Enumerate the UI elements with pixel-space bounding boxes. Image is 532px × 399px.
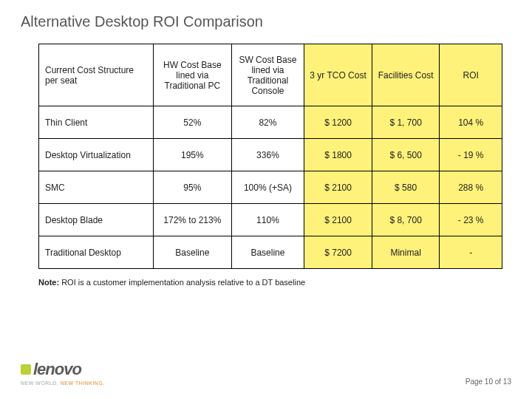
- cell-tco: $ 2100: [304, 171, 372, 204]
- table-row: Desktop Virtualization 195% 336% $ 1800 …: [39, 139, 502, 171]
- roi-table-container: Current Cost Structure per seat HW Cost …: [0, 30, 532, 269]
- cell-fac: $ 6, 500: [372, 139, 440, 171]
- logo-word: lenovo: [33, 360, 81, 378]
- table-row: SMC 95% 100% (+SA) $ 2100 $ 580 288 %: [39, 171, 502, 204]
- cell-hw: 172% to 213%: [153, 204, 231, 236]
- page-title: Alternative Desktop ROI Comparison: [0, 0, 532, 30]
- cell-roi: 288 %: [440, 171, 502, 204]
- note-label: Note:: [38, 278, 59, 287]
- cell-roi: - 19 %: [440, 139, 502, 171]
- cell-tco: $ 2100: [304, 204, 372, 236]
- cell-roi: 104 %: [440, 106, 502, 139]
- cell-tco: $ 1800: [304, 139, 372, 171]
- lenovo-logo: lenovo NEW WORLD. NEW THINKING.: [21, 360, 105, 386]
- slide-footer: lenovo NEW WORLD. NEW THINKING. Page 10 …: [21, 360, 511, 386]
- cell-tco: $ 7200: [304, 236, 372, 269]
- cell-sw: 336%: [231, 139, 304, 171]
- cell-hw: 195%: [153, 139, 231, 171]
- cell-hw: Baseline: [153, 236, 231, 269]
- cell-roi: - 23 %: [440, 204, 502, 236]
- cell-sw: 110%: [231, 204, 304, 236]
- table-row: Traditional Desktop Baseline Baseline $ …: [39, 236, 502, 269]
- logo-dot-icon: [21, 364, 31, 375]
- cell-fac: $ 1, 700: [372, 106, 440, 139]
- table-row: Desktop Blade 172% to 213% 110% $ 2100 $…: [39, 204, 502, 236]
- row-name: Desktop Virtualization: [39, 139, 154, 171]
- logo-text: lenovo: [21, 360, 105, 379]
- footnote: Note: ROI is a customer implementation a…: [0, 269, 532, 287]
- col-header-roi: ROI: [440, 44, 502, 106]
- col-header-tco: 3 yr TCO Cost: [304, 44, 372, 106]
- logo-tagline: NEW WORLD. NEW THINKING.: [21, 381, 105, 386]
- table-header-row: Current Cost Structure per seat HW Cost …: [39, 44, 502, 106]
- col-header-hw: HW Cost Base lined via Traditional PC: [153, 44, 231, 106]
- col-header-sw: SW Cost Base lined via Traditional Conso…: [231, 44, 304, 106]
- note-text: ROI is a customer implementation analysi…: [61, 278, 305, 287]
- col-header-facilities: Facilities Cost: [372, 44, 440, 106]
- tagline-1: NEW WORLD.: [21, 381, 58, 386]
- row-name: Traditional Desktop: [39, 236, 154, 269]
- col-header-structure: Current Cost Structure per seat: [39, 44, 154, 106]
- cell-tco: $ 1200: [304, 106, 372, 139]
- cell-fac: $ 8, 700: [372, 204, 440, 236]
- cell-hw: 95%: [153, 171, 231, 204]
- row-name: Thin Client: [39, 106, 154, 139]
- cell-sw: 100% (+SA): [231, 171, 304, 204]
- row-name: SMC: [39, 171, 154, 204]
- tagline-2: NEW THINKING.: [61, 381, 105, 386]
- cell-fac: $ 580: [372, 171, 440, 204]
- row-name: Desktop Blade: [39, 204, 154, 236]
- cell-fac: Minimal: [372, 236, 440, 269]
- table-row: Thin Client 52% 82% $ 1200 $ 1, 700 104 …: [39, 106, 502, 139]
- cell-sw: 82%: [231, 106, 304, 139]
- cell-roi: -: [440, 236, 502, 269]
- page-number: Page 10 of 13: [466, 378, 511, 386]
- roi-table: Current Cost Structure per seat HW Cost …: [38, 44, 502, 269]
- cell-sw: Baseline: [231, 236, 304, 269]
- cell-hw: 52%: [153, 106, 231, 139]
